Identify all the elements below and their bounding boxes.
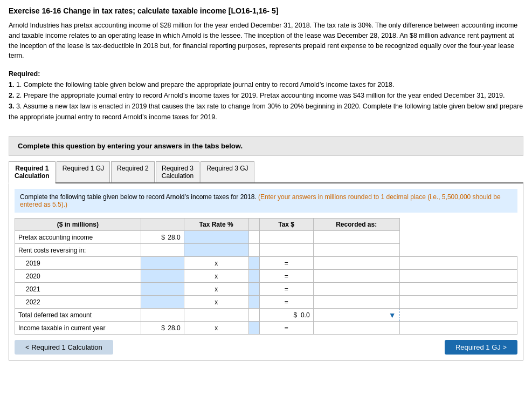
table-row: Rent costs reversing in: [15, 244, 517, 257]
pretax-dollar-sign: $ [161, 234, 165, 241]
input-income-taxrate[interactable] [252, 324, 256, 332]
input-2020-value[interactable] [144, 273, 181, 280]
col-header-empty2 [248, 219, 259, 231]
table-row: Income taxable in current year $ 28.0 x … [15, 322, 517, 335]
pretax-tax-dollar [259, 231, 313, 244]
pretax-value-cell: $ 28.0 [141, 231, 184, 244]
pretax-eq-cell [248, 231, 259, 244]
eq-2019: = [259, 257, 313, 270]
input-2020-taxrate[interactable] [252, 273, 256, 280]
income-tax-dollar [313, 322, 399, 335]
income-taxrate-cell[interactable] [248, 322, 259, 335]
instruction-box: Complete this question by entering your … [9, 136, 523, 156]
row-label-2021: 2021 [15, 283, 141, 296]
row-2019-value[interactable] [141, 257, 184, 270]
x-symbol-2022: x [184, 296, 248, 309]
eq-2022: = [259, 296, 313, 309]
eq-income: = [259, 322, 313, 335]
table-row: 2020 x = [15, 270, 517, 283]
row-2020-value[interactable] [141, 270, 184, 283]
rent-costs-recorded [313, 244, 399, 257]
input-income-recorded[interactable] [403, 324, 514, 332]
input-2019-taxrate[interactable] [252, 260, 256, 267]
total-taxrate [184, 309, 248, 322]
rent-costs-eq [248, 244, 259, 257]
main-table: ($ in millions) Tax Rate % Tax $ Recorde… [15, 218, 517, 335]
total-eq [248, 309, 259, 322]
prev-button[interactable]: < Required 1 Calculation [15, 340, 113, 355]
total-dropdown-arrow: ▼ [389, 311, 396, 319]
problem-text: Arnold Industries has pretax accounting … [9, 21, 523, 61]
x-symbol-2019: x [184, 257, 248, 270]
info-box: Complete the following table given below… [15, 189, 517, 213]
x-symbol-income: x [184, 322, 248, 335]
income-dollar-sign: $ [161, 324, 165, 332]
tax-2022 [313, 296, 399, 309]
row-2019-taxrate[interactable] [248, 257, 259, 270]
row-label-total: Total deferred tax amount [15, 309, 141, 322]
total-value [141, 309, 184, 322]
table-row: 2019 x = [15, 257, 517, 270]
row-label-income-taxable: Income taxable in current year [15, 322, 141, 335]
tab-req1gj[interactable]: Required 1 GJ [57, 161, 110, 182]
eq-2021: = [259, 283, 313, 296]
row-label-2022: 2022 [15, 296, 141, 309]
x-symbol-2020: x [184, 270, 248, 283]
recorded-2021 [399, 283, 517, 296]
nav-buttons: < Required 1 Calculation Required 1 GJ > [15, 340, 517, 355]
tabs-container: Required 1Calculation Required 1 GJ Requ… [9, 161, 523, 183]
row-2021-taxrate[interactable] [248, 283, 259, 296]
tab-req2[interactable]: Required 2 [111, 161, 155, 182]
total-tax: $ 0.0 [259, 309, 313, 322]
pretax-taxrate-cell [184, 231, 248, 244]
col-header-millions: ($ in millions) [15, 219, 141, 231]
rent-costs-tax [259, 244, 313, 257]
page-title: Exercise 16-16 Change in tax rates; calc… [9, 6, 523, 15]
tab-content: Complete the following table given below… [9, 183, 523, 360]
input-2022-taxrate[interactable] [252, 298, 256, 306]
pretax-value: 28.0 [168, 234, 180, 241]
col-header-taxrate: Tax Rate % [184, 219, 248, 231]
input-2021-value[interactable] [144, 285, 181, 293]
rent-costs-taxrate [184, 244, 248, 257]
rent-costs-val [141, 244, 184, 257]
row-2020-taxrate[interactable] [248, 270, 259, 283]
row-2022-value[interactable] [141, 296, 184, 309]
tab-req1calc[interactable]: Required 1Calculation [9, 161, 56, 183]
recorded-2022 [399, 296, 517, 309]
table-row: Total deferred tax amount $ 0.0 ▼ [15, 309, 517, 322]
table-row: 2021 x = [15, 283, 517, 296]
income-recorded[interactable] [399, 322, 517, 335]
table-row: Pretax accounting income $ 28.0 [15, 231, 517, 244]
input-2022-value[interactable] [144, 298, 181, 306]
tax-2020 [313, 270, 399, 283]
col-header-recorded: Recorded as: [313, 219, 399, 231]
x-symbol-2021: x [184, 283, 248, 296]
required-section: Required: 1. 1. Complete the following t… [9, 69, 523, 122]
required-item-2: 2. 2. Prepare the appropriate journal en… [9, 90, 523, 101]
tab-req3gj[interactable]: Required 3 GJ [201, 161, 254, 182]
required-item-3: 3. 3. Assume a new tax law is enacted in… [9, 101, 523, 122]
tax-2019 [313, 257, 399, 270]
recorded-2020 [399, 270, 517, 283]
table-row: 2022 x = [15, 296, 517, 309]
income-taxable-value: $ 28.0 [141, 322, 184, 335]
col-header-taxdollar: Tax $ [259, 219, 313, 231]
required-item-1: 1. 1. Complete the following table given… [9, 79, 523, 90]
next-button[interactable]: Required 1 GJ > [445, 340, 517, 355]
rent-costs-label: Rent costs reversing in: [15, 244, 141, 257]
input-2019-value[interactable] [144, 260, 181, 267]
input-2021-taxrate[interactable] [252, 285, 256, 293]
total-recorded[interactable]: ▼ [313, 309, 399, 322]
pretax-recorded [313, 231, 399, 244]
col-header-empty1 [141, 219, 184, 231]
row-label-2020: 2020 [15, 270, 141, 283]
row-2021-value[interactable] [141, 283, 184, 296]
info-box-text: Complete the following table given below… [20, 193, 257, 201]
eq-2020: = [259, 270, 313, 283]
tab-req3calc[interactable]: Required 3Calculation [156, 161, 199, 182]
row-label-pretax: Pretax accounting income [15, 231, 141, 244]
total-dollar-sign: $ [294, 311, 298, 319]
row-2022-taxrate[interactable] [248, 296, 259, 309]
row-label-2019: 2019 [15, 257, 141, 270]
